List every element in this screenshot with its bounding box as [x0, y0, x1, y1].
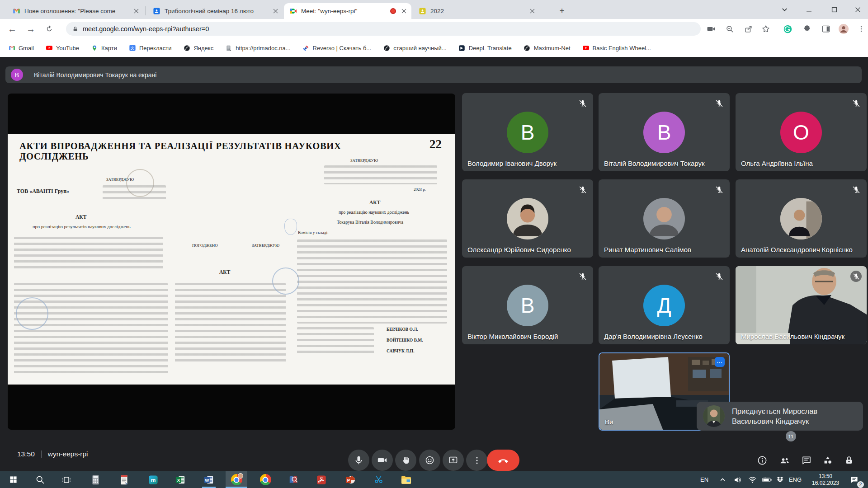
meet-page: В Віталій Володимирович Токарук на екран… — [0, 57, 868, 471]
wordpad-doc-icon[interactable] — [113, 471, 135, 488]
profile-avatar[interactable] — [838, 23, 849, 34]
bookmark-maximum-net[interactable]: Maximum-Net — [524, 44, 571, 52]
tab-close-icon[interactable] — [132, 7, 140, 15]
tab-close-icon[interactable] — [400, 7, 408, 15]
participant-video-tile[interactable]: Мирослав Васильович Кіндрачук — [736, 266, 867, 344]
bookmark-translate[interactable]: 文Перекласти — [129, 44, 171, 52]
chrome-icon[interactable] — [255, 471, 276, 488]
excel-icon[interactable]: X — [170, 471, 191, 488]
tray-language-short[interactable]: EN — [698, 471, 711, 488]
participant-tile[interactable]: В Віталій Володимирович Токарук — [599, 93, 730, 171]
doc-commission-name: ВОЙТЕШКО В.М. — [387, 338, 423, 343]
mic-off-icon — [577, 98, 588, 109]
tab-seminar[interactable]: Трибологічний семінар 16 люто — [147, 3, 283, 19]
share-icon[interactable] — [743, 23, 754, 34]
people-icon[interactable] — [778, 455, 790, 466]
window-maximize-button[interactable] — [824, 0, 844, 19]
tray-clock[interactable]: 13:50 16.02.2023 — [807, 473, 844, 486]
bookmark-gmail[interactable]: Gmail — [8, 44, 34, 52]
deepl-icon — [458, 44, 466, 52]
tray-language-long[interactable]: ENG — [786, 471, 805, 488]
zoom-out-icon[interactable] — [724, 23, 735, 34]
svg-text:文: 文 — [131, 46, 134, 50]
reload-icon[interactable] — [42, 22, 56, 36]
back-icon[interactable]: ← — [5, 22, 19, 36]
bookmark-deepl[interactable]: DeepL Translate — [458, 44, 512, 52]
bookmark-basic-english[interactable]: Basic English Wheel... — [582, 44, 651, 52]
extensions-puzzle-icon[interactable] — [802, 23, 813, 34]
end-call-button[interactable] — [487, 450, 519, 471]
tray-battery-icon[interactable] — [760, 471, 774, 488]
self-options-icon[interactable]: ⋯ — [715, 357, 725, 367]
dictionary-tool-icon[interactable] — [283, 471, 304, 488]
participant-tile[interactable]: Олександр Юрійович Сидоренко — [462, 179, 593, 258]
chrome-active-icon[interactable] — [226, 471, 247, 488]
doc-act-right: АКТ — [369, 200, 380, 205]
window-close-button[interactable] — [847, 0, 868, 19]
address-bar[interactable]: meet.google.com/wyn-eeps-rpi?authuser=0 — [66, 22, 701, 36]
bookmark-reverso[interactable]: Reverso | Скачать б... — [302, 44, 372, 52]
participant-tile[interactable]: Д Дар'я Володимирівна Леусенко — [599, 266, 730, 344]
tray-wifi-icon[interactable] — [746, 471, 759, 488]
bookmark-youtube[interactable]: YouTube — [46, 44, 79, 52]
meeting-details-icon[interactable] — [756, 455, 768, 466]
mic-off-icon — [713, 271, 725, 282]
tab-gmail[interactable]: Нове оголошення: "Please come — [7, 3, 144, 19]
bookmark-senior-scientist[interactable]: старший научный... — [383, 44, 447, 52]
bookmark-star-icon[interactable] — [760, 23, 771, 34]
tab-2022[interactable]: 2022 — [413, 3, 540, 19]
activities-icon[interactable] — [822, 455, 834, 466]
tab-meet-active[interactable]: Meet: "wyn-eeps-rpi" — [284, 3, 411, 19]
tab-label: 2022 — [430, 8, 524, 14]
search-button[interactable] — [29, 471, 51, 488]
more-options-button[interactable] — [466, 450, 487, 471]
side-panel-icon[interactable] — [821, 23, 831, 34]
site-lock-icon — [72, 26, 78, 33]
raise-hand-button[interactable] — [395, 450, 416, 471]
calculator-icon[interactable] — [85, 471, 106, 488]
reactions-button[interactable] — [419, 450, 440, 471]
new-tab-button[interactable]: + — [556, 5, 568, 17]
tray-volume-icon[interactable] — [731, 471, 744, 488]
forward-icon[interactable]: → — [24, 22, 38, 36]
mic-button[interactable] — [348, 450, 369, 471]
participant-tile[interactable]: В Віктор Миколайович Бородій — [462, 266, 593, 344]
doc-subtitle-left: про реалізацію результатів наукових досл… — [33, 224, 131, 229]
presenting-banner-text: Віталій Володимирович Токарук на екрані — [34, 71, 156, 79]
tab-close-icon[interactable] — [271, 7, 279, 15]
maxthon-icon[interactable]: m — [142, 471, 164, 488]
file-explorer-icon[interactable] — [395, 471, 417, 488]
doc-agreed: ПОГОДЖЕНО — [192, 243, 218, 248]
tab-close-icon[interactable] — [528, 7, 536, 15]
tray-chevron-icon[interactable] — [717, 471, 728, 488]
tray-dropbox-icon[interactable] — [774, 471, 786, 488]
bookmark-maps[interactable]: Карти — [91, 44, 117, 52]
mic-off-icon — [713, 98, 725, 109]
snip-tool-icon[interactable] — [368, 471, 389, 488]
browser-menu-icon[interactable] — [856, 23, 867, 34]
doc-act-mid: АКТ — [219, 269, 230, 275]
participant-tile[interactable]: Анатолій Олександрович Корнієнко — [736, 179, 867, 258]
tab-search-chevron-icon[interactable] — [774, 0, 795, 19]
meeting-time: 13:50 — [17, 450, 35, 458]
acrobat-icon[interactable] — [311, 471, 332, 488]
powerpoint-icon[interactable]: P — [340, 471, 361, 488]
chat-icon[interactable] — [801, 455, 812, 466]
bookmark-primadoc[interactable]: https://primadoc.na... — [225, 44, 290, 52]
presentation-stage[interactable]: АКТИ ВПРОВАДЖЕННЯ ТА РЕАЛІЗАЦІЇ РЕЗУЛЬТА… — [8, 94, 455, 430]
participant-name: Олександр Юрійович Сидоренко — [467, 246, 571, 253]
participant-tile[interactable]: Ринат Мартинович Салімов — [599, 179, 730, 258]
bookmark-yandex[interactable]: Яндекс — [183, 44, 213, 52]
word-icon[interactable]: W — [198, 471, 220, 488]
window-minimize-button[interactable] — [798, 0, 819, 19]
grammarly-extension-icon[interactable] — [782, 23, 793, 34]
task-view-button[interactable] — [56, 471, 77, 488]
participant-tile[interactable]: В Володимир Іванович Дворук — [462, 93, 593, 171]
participant-tile[interactable]: О Ольга Андріївна Ільїна — [736, 93, 867, 171]
start-button[interactable] — [2, 471, 24, 488]
host-controls-icon[interactable] — [843, 455, 855, 466]
present-button[interactable] — [443, 450, 464, 471]
camera-in-use-icon[interactable] — [706, 23, 717, 34]
svg-text:X: X — [177, 478, 180, 483]
camera-button[interactable] — [372, 450, 393, 471]
